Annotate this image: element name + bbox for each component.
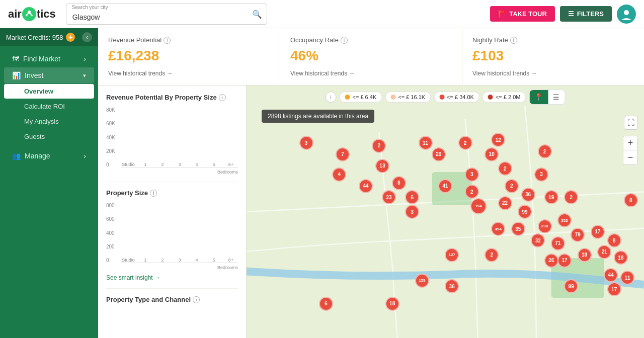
filters-button[interactable]: ☰ FILTERS	[560, 6, 612, 22]
see-smart-insight-link[interactable]: See smart insight →	[106, 274, 238, 281]
map-cluster[interactable]: 35	[511, 222, 525, 236]
map-cluster[interactable]: 2	[458, 136, 472, 150]
legend-pill-3[interactable]: <= £ 34.0K	[434, 92, 479, 103]
map-cluster[interactable]: 2	[538, 144, 552, 158]
take-tour-button[interactable]: 🚩 TAKE TOUR	[490, 6, 555, 22]
map-cluster[interactable]: 17	[607, 282, 621, 296]
map-cluster[interactable]: 494	[491, 222, 505, 236]
map-cluster[interactable]: 41	[438, 179, 452, 193]
legend-pill-1[interactable]: <= £ 6.4K	[340, 92, 382, 103]
sidebar-sub-item-calculate-roi[interactable]: Calculate ROI	[4, 99, 94, 114]
map-cluster[interactable]: 11	[620, 271, 634, 285]
map-cluster[interactable]: 6	[405, 190, 419, 204]
map-cluster[interactable]: 2	[498, 161, 512, 176]
map-cluster[interactable]: 194	[470, 198, 487, 214]
map-cluster[interactable]: 44	[359, 179, 373, 193]
zoom-in-button[interactable]: +	[623, 136, 637, 150]
map-cluster[interactable]: 4	[332, 167, 346, 182]
map-clusters: 3413211726212104486233413219423236222994…	[247, 86, 644, 338]
map-cluster[interactable]: 18	[614, 250, 628, 265]
map-cluster[interactable]: 8	[624, 193, 638, 207]
map-cluster[interactable]: 252	[557, 213, 572, 227]
revenue-info-icon[interactable]: i	[164, 37, 171, 44]
map-cluster[interactable]: 36	[521, 188, 535, 202]
map-info-icon[interactable]: i	[326, 92, 337, 103]
map-cluster[interactable]: 71	[551, 236, 565, 250]
user-avatar[interactable]	[617, 5, 636, 24]
fullscreen-button[interactable]: ⛶	[624, 116, 638, 130]
nightly-rate-historical-link[interactable]: View historical trends →	[472, 70, 634, 77]
map-cluster[interactable]: 6	[319, 297, 333, 311]
map-zoom-controls: + −	[623, 136, 638, 165]
search-icon[interactable]: 🔍	[252, 9, 262, 19]
revenue-bars-area: Studio123456+	[121, 107, 238, 167]
map-cluster[interactable]: 17	[557, 254, 572, 268]
map-cluster[interactable]: 18	[578, 248, 592, 262]
map-cluster[interactable]: 17	[591, 225, 605, 239]
map-cluster[interactable]: 13	[375, 159, 389, 173]
map-cluster[interactable]: 26	[432, 147, 446, 161]
occupancy-info-icon[interactable]: i	[341, 37, 348, 44]
map-cluster[interactable]: 2	[505, 179, 519, 193]
map-cluster[interactable]: 3	[534, 167, 548, 182]
map-cluster[interactable]: 23	[382, 190, 396, 204]
property-size-info[interactable]: i	[150, 190, 157, 197]
svg-point-3	[624, 10, 629, 15]
map-cluster[interactable]: 2	[485, 248, 499, 262]
map-cluster[interactable]: 238	[538, 219, 552, 233]
legend-pill-4[interactable]: <= £ 2.0M	[482, 92, 526, 103]
map-cluster[interactable]: 21	[597, 245, 611, 259]
map-listings-tooltip: 2898 listings are available in this area	[262, 110, 374, 123]
zoom-out-button[interactable]: −	[623, 150, 637, 164]
map-cluster[interactable]: 22	[498, 196, 512, 210]
market-credits[interactable]: Market Credits: 958 + ‹	[0, 28, 98, 46]
revenue-chart-info[interactable]: i	[219, 94, 226, 101]
sidebar-sub-item-guests[interactable]: Guests	[4, 129, 94, 144]
map-cluster[interactable]: 99	[518, 205, 532, 219]
map-cluster[interactable]: 8	[607, 233, 621, 247]
nightly-rate-info-icon[interactable]: i	[510, 37, 517, 44]
map-cluster[interactable]: 3	[465, 167, 479, 182]
header-actions: 🚩 TAKE TOUR ☰ FILTERS	[490, 5, 636, 24]
bar-x-label: 2	[161, 258, 164, 263]
logo-text-part1: air	[8, 8, 22, 21]
map-cluster[interactable]: 3	[299, 136, 313, 150]
map-cluster[interactable]: 159	[415, 274, 429, 288]
property-type-info[interactable]: i	[193, 296, 200, 303]
sidebar-item-find-market[interactable]: 🗺 Find Market ›	[4, 51, 94, 67]
map-cluster[interactable]: 99	[564, 279, 578, 293]
map-list-view-button[interactable]: ☰	[548, 90, 565, 104]
map-cluster[interactable]: 18	[385, 297, 399, 311]
map-cluster[interactable]: 2	[465, 185, 479, 199]
map-cluster[interactable]: 2	[564, 190, 578, 204]
map-cluster[interactable]: 32	[531, 233, 545, 247]
map-cluster[interactable]: 8	[392, 176, 406, 190]
map-cluster[interactable]: 44	[604, 268, 618, 282]
bar-x-label: 3	[178, 162, 181, 167]
sidebar-collapse-button[interactable]: ‹	[82, 32, 92, 42]
revenue-bar-group: 1	[138, 161, 152, 167]
legend-pill-2[interactable]: <= £ 16.1K	[385, 92, 431, 103]
sidebar-sub-item-overview[interactable]: Overview	[4, 84, 94, 99]
map-cluster[interactable]: 11	[419, 136, 433, 150]
map-cluster[interactable]: 2	[372, 139, 386, 153]
map-cluster[interactable]: 79	[571, 228, 585, 242]
map-cluster[interactable]: 12	[491, 133, 505, 147]
sidebar-item-manage[interactable]: 👥 Manage ›	[4, 148, 94, 164]
map-cluster[interactable]: 3	[405, 205, 419, 219]
revenue-bar-group: 4	[190, 161, 204, 167]
map-cluster[interactable]: 7	[336, 147, 350, 161]
map-cluster[interactable]: 127	[445, 248, 459, 262]
search-label: Search your city	[72, 5, 108, 10]
sidebar-item-invest[interactable]: 📊 Invest ▾	[4, 67, 94, 83]
map-cluster[interactable]: 26	[544, 254, 558, 268]
property-bars-area: Studio123456+	[121, 203, 238, 263]
add-credits-button[interactable]: +	[66, 33, 75, 42]
map-cluster[interactable]: 10	[485, 147, 499, 161]
revenue-historical-link[interactable]: View historical trends →	[108, 70, 270, 77]
occupancy-historical-link[interactable]: View historical trends →	[290, 70, 452, 77]
map-cluster[interactable]: 19	[544, 190, 558, 204]
map-pin-view-button[interactable]: 📍	[529, 90, 548, 104]
sidebar-sub-item-my-analysis[interactable]: My Analysis	[4, 114, 94, 129]
map-cluster[interactable]: 36	[445, 279, 459, 293]
